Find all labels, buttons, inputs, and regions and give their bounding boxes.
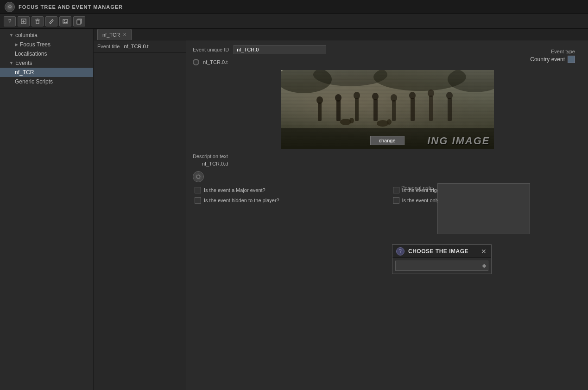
- country-event-indicator: [568, 56, 575, 63]
- sidebar-item-events[interactable]: ▼ Events: [0, 58, 93, 68]
- svg-rect-21: [373, 99, 378, 121]
- sidebar-item-label: nf_TCR: [15, 69, 34, 76]
- hidden-event-checkbox[interactable]: [195, 197, 201, 204]
- event-id-row: Event unique ID: [193, 45, 582, 54]
- svg-point-16: [316, 96, 323, 104]
- popup-header: ? CHOOSE THE IMAGE ✕: [392, 245, 491, 258]
- svg-point-26: [409, 92, 416, 99]
- svg-rect-37: [197, 176, 199, 178]
- collapse-arrow: ▼: [9, 33, 13, 38]
- app-title: FOCUS TREE AND EVENT MANAGER: [19, 4, 123, 10]
- new-button[interactable]: [18, 16, 30, 26]
- event-list-panel: Event title nf_TCR.0.t: [94, 40, 186, 390]
- event-list-header: Event title nf_TCR.0.t: [97, 44, 149, 49]
- svg-rect-10: [77, 20, 81, 24]
- svg-point-32: [349, 118, 354, 123]
- spinner-down-button[interactable]: [482, 266, 486, 268]
- svg-point-24: [391, 94, 397, 102]
- popup-search: [395, 261, 488, 271]
- event-name-text: nf_TCR.0.t: [203, 59, 228, 65]
- image-overlay-text: ING IMAGE: [427, 135, 490, 147]
- sidebar-item-label: Generic Scripts: [15, 78, 53, 85]
- sidebar-item-nf-tcr[interactable]: nf_TCR: [0, 68, 93, 77]
- event-type-block: Event type Country event: [524, 45, 582, 67]
- event-name-radio[interactable]: [193, 59, 199, 65]
- main-layout: ▼ columbia ▶ Focus Trees Localisations ▼…: [0, 29, 588, 390]
- editor-inner: Event type Country event Event unique ID: [193, 45, 582, 390]
- help-button[interactable]: ?: [4, 16, 16, 26]
- popup-search-input[interactable]: [395, 261, 480, 271]
- fired-once-checkbox[interactable]: [393, 197, 399, 204]
- event-type-label: Event type: [530, 49, 575, 54]
- choose-image-popup: ? CHOOSE THE IMAGE ✕: [392, 244, 492, 274]
- description-value: nf_TCR.0.d: [193, 161, 582, 166]
- popup-icon: ?: [396, 247, 405, 256]
- sidebar: ▼ columbia ▶ Focus Trees Localisations ▼…: [0, 29, 94, 390]
- major-event-checkbox[interactable]: [195, 187, 201, 193]
- tab-bar: nf_TCR ✕: [94, 29, 588, 40]
- svg-point-14: [448, 70, 494, 92]
- popup-close-button[interactable]: ✕: [480, 248, 487, 255]
- checkbox-major-event: Is the event a Major event?: [195, 187, 384, 193]
- sidebar-item-focus-trees[interactable]: ▶ Focus Trees: [0, 40, 93, 49]
- collapse-arrow: ▼: [9, 61, 13, 65]
- toolbar: ?: [0, 14, 588, 29]
- change-image-button[interactable]: change: [370, 136, 404, 145]
- description-label: Description text: [193, 153, 582, 159]
- svg-rect-23: [392, 100, 396, 121]
- svg-point-8: [64, 20, 65, 21]
- popup-icon-symbol: ?: [399, 249, 402, 254]
- svg-point-20: [354, 92, 360, 99]
- svg-line-6: [50, 23, 51, 24]
- popup-spinner: [480, 261, 488, 271]
- event-type-text: Country event: [530, 56, 565, 63]
- popup-title: CHOOSE THE IMAGE: [408, 248, 476, 255]
- sidebar-item-columbia[interactable]: ▼ columbia: [0, 31, 93, 40]
- spinner-up-button[interactable]: [482, 264, 486, 266]
- personal-note-input[interactable]: [437, 183, 530, 234]
- svg-point-33: [377, 120, 389, 127]
- major-event-label: Is the event a Major event?: [204, 187, 266, 193]
- copy-button[interactable]: [73, 16, 85, 26]
- title-bar: ⚙ FOCUS TREE AND EVENT MANAGER: [0, 0, 588, 14]
- delete-button[interactable]: [32, 16, 44, 26]
- logo-symbol: ⚙: [8, 4, 12, 9]
- event-image: change ING IMAGE: [281, 70, 494, 149]
- sidebar-item-label: Localisations: [15, 51, 47, 57]
- svg-rect-19: [355, 98, 359, 121]
- event-title-value: nf_TCR.0.t: [124, 44, 148, 49]
- sidebar-item-localisations[interactable]: Localisations: [0, 49, 93, 58]
- svg-rect-17: [336, 100, 341, 121]
- triggered-only-checkbox[interactable]: [393, 187, 399, 193]
- tab-nf-tcr[interactable]: nf_TCR ✕: [97, 29, 132, 40]
- svg-rect-3: [36, 20, 39, 24]
- popup-content: [392, 258, 491, 274]
- svg-rect-29: [448, 98, 452, 121]
- svg-point-34: [387, 119, 392, 125]
- event-id-label: Event unique ID: [193, 47, 229, 52]
- svg-point-30: [446, 92, 453, 99]
- svg-point-18: [335, 94, 341, 102]
- sidebar-item-label: Events: [15, 60, 32, 66]
- event-id-input[interactable]: [234, 45, 326, 54]
- svg-point-28: [428, 90, 434, 97]
- checkbox-hidden-event: Is the event hidden to the player?: [195, 197, 384, 204]
- personal-note-label: Personal note: [401, 183, 433, 191]
- hidden-event-label: Is the event hidden to the player?: [204, 198, 279, 203]
- edit-button[interactable]: [45, 16, 57, 26]
- svg-rect-27: [429, 96, 433, 121]
- flag-row: [193, 171, 582, 182]
- flag-icon[interactable]: [193, 171, 204, 182]
- app-logo: ⚙: [5, 2, 15, 12]
- svg-rect-25: [411, 98, 415, 121]
- split-pane: Event title nf_TCR.0.t Event type Countr…: [94, 40, 588, 390]
- event-type-value: Country event: [530, 56, 575, 63]
- event-details: Event type Country event Event unique ID: [186, 40, 588, 390]
- sidebar-item-label: Focus Trees: [20, 41, 51, 48]
- flag-svg: [196, 174, 201, 179]
- tab-label: nf_TCR: [102, 32, 120, 38]
- image-area: change ING IMAGE: [193, 70, 582, 149]
- image-button[interactable]: [59, 16, 71, 26]
- tab-close-button[interactable]: ✕: [123, 32, 126, 37]
- sidebar-item-generic-scripts[interactable]: Generic Scripts: [0, 77, 93, 86]
